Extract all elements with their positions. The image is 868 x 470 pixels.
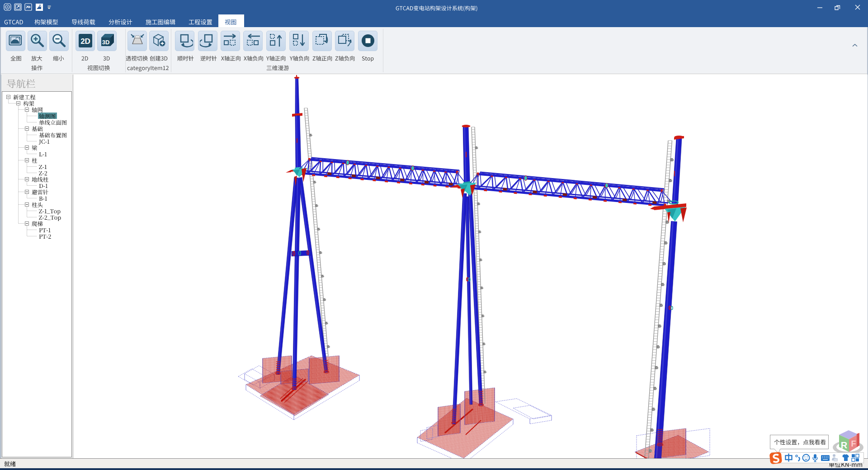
svg-text:3D: 3D	[102, 39, 109, 46]
svg-text:2D: 2D	[80, 37, 90, 46]
svg-text:R: R	[841, 440, 848, 450]
svg-text:F: F	[851, 439, 856, 448]
svg-text:31: 31	[834, 459, 837, 461]
